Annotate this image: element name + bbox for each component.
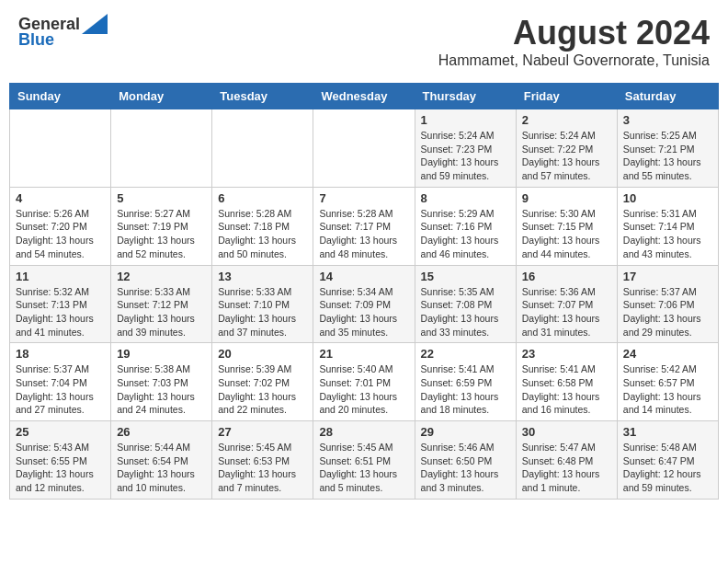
day-number: 28	[319, 425, 408, 439]
daylight-text: Daylight: 13 hours and 16 minutes.	[522, 390, 611, 417]
calendar-cell: 6Sunrise: 5:28 AMSunset: 7:18 PMDaylight…	[212, 187, 313, 265]
sunrise-text: Sunrise: 5:27 AM	[117, 207, 206, 221]
day-info: Sunrise: 5:25 AMSunset: 7:21 PMDaylight:…	[623, 129, 712, 183]
sunset-text: Sunset: 7:15 PM	[522, 220, 611, 234]
day-number: 17	[623, 270, 712, 283]
daylight-text: Daylight: 13 hours and 22 minutes.	[218, 390, 307, 417]
weekday-header-row: Sunday Monday Tuesday Wednesday Thursday…	[10, 84, 719, 109]
header-wednesday: Wednesday	[313, 84, 415, 109]
day-info: Sunrise: 5:27 AMSunset: 7:19 PMDaylight:…	[117, 207, 206, 261]
day-info: Sunrise: 5:38 AMSunset: 7:03 PMDaylight:…	[117, 362, 206, 417]
sunset-text: Sunset: 7:22 PM	[522, 143, 611, 156]
day-info: Sunrise: 5:28 AMSunset: 7:18 PMDaylight:…	[218, 207, 307, 261]
calendar-cell: 29Sunrise: 5:46 AMSunset: 6:50 PMDayligh…	[415, 421, 516, 500]
calendar-cell: 16Sunrise: 5:36 AMSunset: 7:07 PMDayligh…	[516, 265, 617, 343]
sunrise-text: Sunrise: 5:44 AM	[117, 441, 206, 454]
daylight-text: Daylight: 13 hours and 7 minutes.	[218, 467, 307, 494]
calendar-cell: 30Sunrise: 5:47 AMSunset: 6:48 PMDayligh…	[516, 421, 617, 500]
calendar-cell: 3Sunrise: 5:25 AMSunset: 7:21 PMDaylight…	[617, 109, 718, 188]
day-number: 31	[623, 425, 712, 439]
daylight-text: Daylight: 13 hours and 59 minutes.	[421, 155, 510, 182]
daylight-text: Daylight: 13 hours and 44 minutes.	[522, 234, 611, 260]
day-info: Sunrise: 5:26 AMSunset: 7:20 PMDaylight:…	[16, 207, 105, 261]
daylight-text: Daylight: 13 hours and 41 minutes.	[16, 312, 105, 339]
sunrise-text: Sunrise: 5:25 AM	[623, 129, 712, 143]
sunset-text: Sunset: 6:47 PM	[623, 454, 712, 468]
sunset-text: Sunset: 7:16 PM	[421, 220, 510, 234]
daylight-text: Daylight: 13 hours and 20 minutes.	[319, 390, 408, 417]
sunrise-text: Sunrise: 5:28 AM	[218, 207, 307, 221]
calendar-cell	[313, 109, 415, 188]
day-info: Sunrise: 5:48 AMSunset: 6:47 PMDaylight:…	[623, 441, 712, 495]
day-info: Sunrise: 5:37 AMSunset: 7:04 PMDaylight:…	[16, 362, 105, 417]
day-number: 11	[16, 270, 105, 283]
svg-marker-0	[82, 14, 108, 34]
sunset-text: Sunset: 7:20 PM	[16, 220, 105, 234]
day-number: 26	[117, 425, 206, 439]
week-row-1: 1Sunrise: 5:24 AMSunset: 7:23 PMDaylight…	[10, 109, 719, 188]
header-friday: Friday	[516, 84, 617, 109]
sunset-text: Sunset: 7:02 PM	[218, 376, 307, 390]
day-info: Sunrise: 5:33 AMSunset: 7:10 PMDaylight:…	[218, 285, 307, 339]
calendar-cell	[10, 109, 111, 188]
calendar-cell: 8Sunrise: 5:29 AMSunset: 7:16 PMDaylight…	[415, 187, 516, 265]
sunrise-text: Sunrise: 5:38 AM	[117, 362, 206, 376]
day-number: 1	[421, 113, 510, 127]
sunset-text: Sunset: 7:19 PM	[117, 220, 206, 234]
sunrise-text: Sunrise: 5:40 AM	[319, 362, 408, 376]
daylight-text: Daylight: 13 hours and 29 minutes.	[623, 312, 712, 339]
calendar-cell	[111, 109, 212, 188]
day-number: 27	[218, 425, 307, 439]
day-info: Sunrise: 5:28 AMSunset: 7:17 PMDaylight:…	[319, 207, 408, 261]
sunrise-text: Sunrise: 5:45 AM	[218, 441, 307, 454]
day-info: Sunrise: 5:34 AMSunset: 7:09 PMDaylight:…	[319, 285, 408, 339]
daylight-text: Daylight: 13 hours and 18 minutes.	[421, 390, 510, 417]
daylight-text: Daylight: 13 hours and 48 minutes.	[319, 234, 408, 260]
sunset-text: Sunset: 7:23 PM	[421, 143, 510, 156]
week-row-5: 25Sunrise: 5:43 AMSunset: 6:55 PMDayligh…	[10, 421, 719, 500]
daylight-text: Daylight: 13 hours and 27 minutes.	[16, 390, 105, 417]
sunrise-text: Sunrise: 5:43 AM	[16, 441, 105, 454]
day-info: Sunrise: 5:37 AMSunset: 7:06 PMDaylight:…	[623, 285, 712, 339]
day-number: 16	[522, 270, 611, 283]
sunrise-text: Sunrise: 5:45 AM	[319, 441, 408, 454]
sunset-text: Sunset: 6:53 PM	[218, 454, 307, 468]
sunset-text: Sunset: 7:10 PM	[218, 298, 307, 312]
daylight-text: Daylight: 12 hours and 59 minutes.	[623, 467, 712, 494]
day-info: Sunrise: 5:45 AMSunset: 6:53 PMDaylight:…	[218, 441, 307, 495]
calendar-cell: 18Sunrise: 5:37 AMSunset: 7:04 PMDayligh…	[10, 343, 111, 421]
sunrise-text: Sunrise: 5:42 AM	[623, 362, 712, 376]
daylight-text: Daylight: 13 hours and 3 minutes.	[421, 467, 510, 494]
sunrise-text: Sunrise: 5:37 AM	[16, 362, 105, 376]
sunset-text: Sunset: 7:06 PM	[623, 298, 712, 312]
daylight-text: Daylight: 13 hours and 1 minute.	[522, 467, 611, 494]
calendar-cell: 24Sunrise: 5:42 AMSunset: 6:57 PMDayligh…	[617, 343, 718, 421]
day-number: 23	[522, 347, 611, 361]
day-info: Sunrise: 5:32 AMSunset: 7:13 PMDaylight:…	[16, 285, 105, 339]
day-info: Sunrise: 5:29 AMSunset: 7:16 PMDaylight:…	[421, 207, 510, 261]
day-number: 4	[16, 191, 105, 205]
day-number: 14	[319, 270, 408, 283]
sunrise-text: Sunrise: 5:33 AM	[117, 285, 206, 299]
week-row-2: 4Sunrise: 5:26 AMSunset: 7:20 PMDaylight…	[10, 187, 719, 265]
sunset-text: Sunset: 6:51 PM	[319, 454, 408, 468]
daylight-text: Daylight: 13 hours and 35 minutes.	[319, 312, 408, 339]
calendar-cell: 22Sunrise: 5:41 AMSunset: 6:59 PMDayligh…	[415, 343, 516, 421]
sunrise-text: Sunrise: 5:29 AM	[421, 207, 510, 221]
day-number: 25	[16, 425, 105, 439]
daylight-text: Daylight: 13 hours and 52 minutes.	[117, 234, 206, 260]
title-section: August 2024 Hammamet, Nabeul Governorate…	[438, 14, 710, 69]
day-number: 10	[623, 191, 712, 205]
sunrise-text: Sunrise: 5:41 AM	[522, 362, 611, 376]
calendar-cell: 15Sunrise: 5:35 AMSunset: 7:08 PMDayligh…	[415, 265, 516, 343]
daylight-text: Daylight: 13 hours and 24 minutes.	[117, 390, 206, 417]
week-row-3: 11Sunrise: 5:32 AMSunset: 7:13 PMDayligh…	[10, 265, 719, 343]
calendar-cell: 12Sunrise: 5:33 AMSunset: 7:12 PMDayligh…	[111, 265, 212, 343]
calendar-cell: 9Sunrise: 5:30 AMSunset: 7:15 PMDaylight…	[516, 187, 617, 265]
day-info: Sunrise: 5:41 AMSunset: 6:59 PMDaylight:…	[421, 362, 510, 417]
day-info: Sunrise: 5:24 AMSunset: 7:23 PMDaylight:…	[421, 129, 510, 183]
calendar-cell: 7Sunrise: 5:28 AMSunset: 7:17 PMDaylight…	[313, 187, 415, 265]
day-number: 20	[218, 347, 307, 361]
calendar-cell: 14Sunrise: 5:34 AMSunset: 7:09 PMDayligh…	[313, 265, 415, 343]
sunset-text: Sunset: 7:13 PM	[16, 298, 105, 312]
